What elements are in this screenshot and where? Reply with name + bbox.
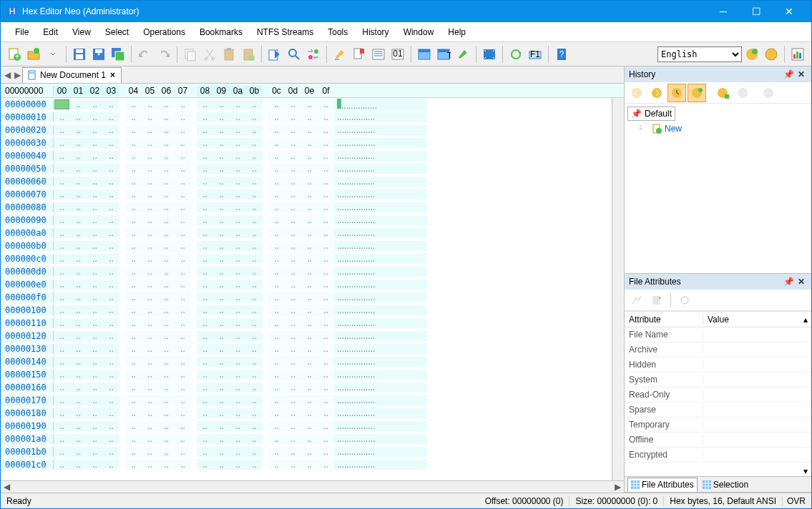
hex-cell[interactable]: ..: [158, 177, 175, 187]
hex-cell[interactable]: ..: [103, 112, 119, 122]
hex-cell[interactable]: ..: [54, 125, 70, 135]
hex-cell[interactable]: ..: [268, 112, 285, 122]
hex-cell[interactable]: ..: [175, 357, 191, 367]
hex-cell[interactable]: ..: [213, 460, 230, 470]
hex-cell[interactable]: ..: [285, 241, 301, 251]
history-clock1-icon[interactable]: [667, 84, 686, 102]
hex-cell[interactable]: ..: [142, 370, 158, 380]
hex-cell[interactable]: ..: [197, 267, 213, 277]
hex-cell[interactable]: ..: [246, 370, 263, 380]
hex-cell[interactable]: ..: [318, 151, 334, 161]
hex-cell[interactable]: ..: [87, 138, 103, 148]
hex-cell[interactable]: ..: [230, 202, 246, 212]
attr-row[interactable]: Read-Only: [625, 387, 811, 402]
hex-cell[interactable]: ..: [54, 280, 70, 290]
paste-special-icon[interactable]: [239, 45, 258, 64]
hex-cell[interactable]: ..: [301, 331, 318, 341]
hex-ascii[interactable]: ................: [334, 125, 427, 135]
hex-cell[interactable]: ..: [197, 344, 213, 354]
hex-cell[interactable]: ..: [103, 241, 119, 251]
menu-operations[interactable]: Operations: [136, 24, 192, 40]
hex-cell[interactable]: ..: [285, 434, 301, 444]
hex-cell[interactable]: ..: [285, 421, 301, 431]
hex-cell[interactable]: ..: [230, 331, 246, 341]
hex-row[interactable]: 00000010................................…: [1, 111, 612, 124]
hex-cell[interactable]: ..: [197, 395, 213, 405]
tab-selection[interactable]: Selection: [699, 478, 752, 492]
hex-ascii[interactable]: ................: [334, 421, 427, 431]
hex-cell[interactable]: ..: [70, 177, 87, 187]
hex-cell[interactable]: ..: [213, 138, 230, 148]
hex-cell[interactable]: ..: [268, 267, 285, 277]
hex-cell[interactable]: ..: [246, 189, 263, 199]
hex-cell[interactable]: ..: [285, 292, 301, 302]
copy-icon[interactable]: [181, 45, 200, 64]
hex-cell[interactable]: ..: [175, 138, 191, 148]
hex-cell[interactable]: ..: [142, 228, 158, 238]
attr-apply-icon[interactable]: [627, 291, 646, 310]
pin-icon[interactable]: 📌: [783, 69, 794, 80]
hex-cell[interactable]: ..: [125, 395, 142, 405]
marker-icon[interactable]: [454, 45, 472, 64]
hex-cell[interactable]: ..: [142, 408, 158, 418]
hex-cell[interactable]: ..: [103, 189, 119, 199]
hex-cell[interactable]: ..: [197, 151, 213, 161]
hex-cell[interactable]: ..: [213, 177, 230, 187]
hex-cell[interactable]: ..: [54, 228, 70, 238]
hex-cell[interactable]: ..: [246, 292, 263, 302]
hex-ascii[interactable]: ...............: [334, 99, 427, 111]
hex-cell[interactable]: ..: [125, 357, 142, 367]
hex-cell[interactable]: ..: [268, 395, 285, 405]
panel-close-icon[interactable]: ✕: [796, 69, 807, 80]
hex-cell[interactable]: ..: [70, 99, 87, 109]
hex-cell[interactable]: ..: [142, 241, 158, 251]
hex-ascii[interactable]: ................: [334, 447, 427, 457]
hex-cell[interactable]: ..: [301, 357, 318, 367]
hex-cell[interactable]: ..: [246, 177, 263, 187]
hex-cell[interactable]: ..: [87, 151, 103, 161]
dropdown-icon[interactable]: [44, 45, 62, 64]
hex-cell[interactable]: ..: [125, 370, 142, 380]
hex-cell[interactable]: ..: [142, 254, 158, 264]
hex-cell[interactable]: ..: [158, 331, 175, 341]
hex-cell[interactable]: ..: [158, 202, 175, 212]
hex-cell[interactable]: ..: [87, 189, 103, 199]
hex-cell[interactable]: ..: [318, 164, 334, 174]
hex-cell[interactable]: ..: [213, 395, 230, 405]
hex-cell[interactable]: ..: [70, 267, 87, 277]
hex-cell[interactable]: ..: [103, 460, 119, 470]
hex-cell[interactable]: ..: [213, 254, 230, 264]
hex-cell[interactable]: ..: [158, 267, 175, 277]
hex-cell[interactable]: ..: [230, 99, 246, 109]
hex-cell[interactable]: ..: [230, 305, 246, 315]
pin-icon[interactable]: 📌: [783, 276, 794, 287]
hex-cell[interactable]: ..: [318, 125, 334, 135]
hex-cell[interactable]: ..: [175, 189, 191, 199]
replace-icon[interactable]: [304, 45, 323, 64]
hex-cell[interactable]: ..: [213, 421, 230, 431]
hex-cell[interactable]: ..: [285, 447, 301, 457]
hex-cell[interactable]: ..: [70, 189, 87, 199]
hex-cell[interactable]: ..: [175, 112, 191, 122]
hex-cell[interactable]: ..: [103, 382, 119, 392]
hex-cell[interactable]: ..: [54, 382, 70, 392]
hex-cell[interactable]: ..: [175, 408, 191, 418]
hex-cell[interactable]: ..: [142, 395, 158, 405]
hex-cell[interactable]: ..: [230, 318, 246, 328]
hex-cell[interactable]: ..: [213, 267, 230, 277]
hex-ascii[interactable]: ................: [334, 305, 427, 315]
hex-cell[interactable]: ..: [158, 357, 175, 367]
minimize-button[interactable]: ─: [707, 1, 740, 22]
hex-cell[interactable]: ..: [213, 331, 230, 341]
hex-cell[interactable]: ..: [285, 189, 301, 199]
hex-cell[interactable]: ..: [197, 357, 213, 367]
hex-cell[interactable]: ..: [285, 202, 301, 212]
hex-cell[interactable]: ..: [268, 125, 285, 135]
attr-scroll-down-icon[interactable]: ▾: [799, 466, 811, 476]
hex-cell[interactable]: ..: [87, 318, 103, 328]
hex-cell[interactable]: ..: [54, 370, 70, 380]
hex-cell[interactable]: ..: [268, 447, 285, 457]
hex-cell[interactable]: ..: [230, 125, 246, 135]
open-file-icon[interactable]: [24, 45, 43, 64]
hex-ascii[interactable]: ................: [334, 434, 427, 444]
